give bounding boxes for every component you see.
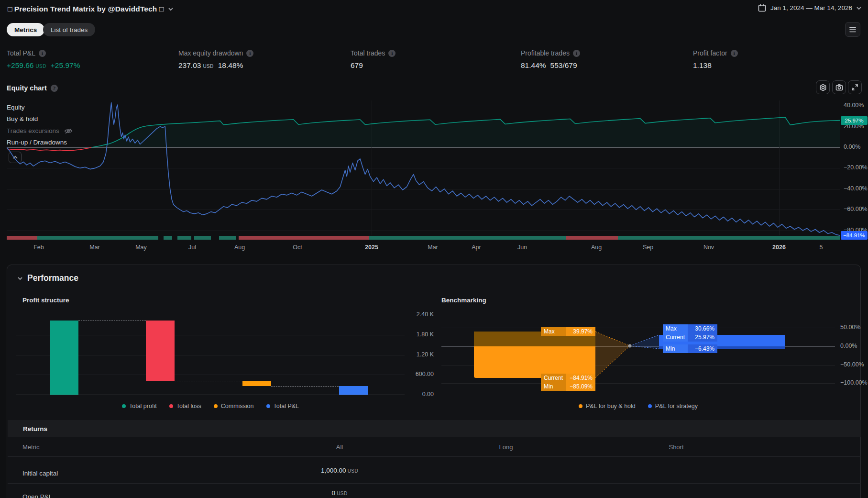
- returns-row-value: 1,000.00 USD: [321, 467, 358, 474]
- metric-extra-value: +25.97%: [51, 61, 80, 70]
- row-divider: [8, 483, 861, 484]
- metric-extra-value: 553/679: [550, 61, 577, 70]
- returns-column-header-long: Long: [499, 443, 513, 451]
- top-bar: □ Precision Trend Matrix by @DaviddTech …: [0, 0, 868, 20]
- y-axis-label: −40.00%: [844, 185, 868, 192]
- x-axis-label: Aug: [234, 244, 245, 251]
- x-axis-label: Apr: [472, 244, 481, 251]
- y-axis-label: 0.00%: [844, 144, 860, 150]
- currency-suffix: USD: [346, 468, 359, 474]
- help-icon[interactable]: ?: [51, 85, 58, 92]
- legend-item-equity[interactable]: Equity: [7, 103, 30, 112]
- legend-item-trades-excursions[interactable]: Trades excursions: [7, 126, 77, 135]
- y-axis-label: 40.00%: [844, 102, 864, 109]
- metric-total-p-l: Total P&Li+259.66USD+25.97%: [7, 49, 80, 70]
- legend-label: Trades excursions: [7, 127, 59, 134]
- maximize-button[interactable]: [848, 80, 862, 94]
- x-axis-label: Mar: [428, 244, 438, 251]
- trade-direction-strip: [7, 236, 840, 240]
- strategy-tester-screen: □ Precision Trend Matrix by @DaviddTech …: [0, 0, 868, 498]
- strip-segment-red: [566, 236, 618, 240]
- info-icon[interactable]: i: [246, 50, 253, 57]
- tab-list-of-trades[interactable]: List of trades: [43, 23, 95, 36]
- eye-off-icon[interactable]: [64, 128, 73, 134]
- date-range-picker[interactable]: Jan 1, 2024 — Mar 14, 2026: [758, 4, 861, 12]
- metric-profit-factor: Profit factori1.138: [693, 49, 738, 70]
- metric-label: Profitable trades: [521, 49, 570, 57]
- x-axis-label: Mar: [89, 244, 100, 251]
- performance-panel: Performance Profit structure Benchmarkin…: [7, 265, 861, 498]
- date-range-label: Jan 1, 2024 — Mar 14, 2026: [770, 4, 852, 11]
- y-axis-label: −60.00%: [844, 206, 868, 212]
- camera-icon: [835, 84, 843, 91]
- metric-label: Profit factor: [693, 49, 727, 57]
- info-icon[interactable]: i: [39, 50, 46, 57]
- equity-negative-line: [7, 147, 92, 151]
- x-axis-label: 5: [820, 244, 823, 251]
- metric-total-trades: Total tradesi679: [351, 49, 396, 70]
- value-number: 1,000.00: [321, 467, 346, 474]
- row-divider: [8, 456, 861, 457]
- strip-segment-red: [7, 236, 37, 240]
- returns-table: MetricAllLongShortInitial capital1,000.0…: [7, 265, 861, 498]
- strip-segment-green: [177, 236, 191, 240]
- metric-value: 237.03: [178, 61, 201, 70]
- strip-segment-green: [194, 236, 211, 240]
- returns-column-header-all: All: [336, 443, 343, 451]
- metric-label: Max equity drawdown: [178, 49, 243, 57]
- x-axis-label: Feb: [33, 244, 44, 251]
- x-axis-label: Oct: [293, 244, 302, 251]
- strip-segment-green: [37, 236, 158, 240]
- snapshot-button[interactable]: [832, 80, 846, 94]
- page-title: □ Precision Trend Matrix by @DaviddTech …: [8, 5, 164, 13]
- currency-suffix: USD: [335, 491, 348, 496]
- legend-item-buy-hold[interactable]: Buy & hold: [7, 114, 43, 123]
- metric-label: Total trades: [351, 49, 385, 57]
- gear-icon: [819, 84, 827, 91]
- x-axis-label: Jun: [517, 244, 527, 251]
- legend-label: Equity: [7, 104, 25, 111]
- equity-series-svg: [7, 98, 840, 237]
- info-icon[interactable]: i: [388, 50, 396, 57]
- returns-row-value: 0 USD: [331, 489, 347, 497]
- layout-menu-button[interactable]: [845, 22, 860, 37]
- value-number: 0: [331, 489, 335, 497]
- price-badge: −84.91%: [841, 231, 868, 240]
- legend-label: Run-up / Drawdowns: [7, 139, 67, 146]
- currency-suffix: USD: [35, 64, 46, 69]
- x-axis-label: 2026: [772, 244, 786, 251]
- legend-item-run-up-drawdowns[interactable]: Run-up / Drawdowns: [7, 138, 72, 147]
- tab-metrics[interactable]: Metrics: [7, 23, 44, 36]
- price-badge: 25.97%: [841, 116, 868, 125]
- expand-icon: [851, 84, 858, 91]
- metric-label: Total P&L: [7, 49, 35, 57]
- metric-extra-value: 18.48%: [218, 61, 243, 70]
- returns-row-label: Initial capital: [22, 470, 58, 477]
- currency-suffix: USD: [203, 64, 213, 69]
- hamburger-icon: [849, 26, 857, 33]
- x-axis-label: May: [135, 244, 147, 251]
- chart-settings-button[interactable]: [816, 80, 830, 94]
- chevron-down-icon[interactable]: [168, 7, 173, 11]
- metric-profitable-trades: Profitable tradesi81.44%553/679: [521, 49, 580, 70]
- x-axis-label: Aug: [591, 244, 602, 251]
- metric-value: 1.138: [693, 61, 712, 70]
- equity-chart-header: Equity chart ?: [7, 84, 58, 92]
- returns-column-header-metric: Metric: [22, 443, 39, 451]
- metric-value: 81.44%: [521, 61, 546, 70]
- info-icon[interactable]: i: [731, 50, 738, 57]
- equity-chart-title: Equity chart: [7, 84, 47, 92]
- x-axis-label: Nov: [703, 244, 714, 251]
- chevron-down-icon: [857, 6, 861, 11]
- strip-segment-green: [164, 236, 172, 240]
- y-axis-label: −20.00%: [844, 164, 868, 171]
- strip-segment-red: [239, 236, 369, 240]
- metric-value: 679: [351, 61, 363, 70]
- x-axis-label: Sep: [643, 244, 653, 251]
- info-icon[interactable]: i: [573, 50, 580, 57]
- strategy-title-menu[interactable]: □ Precision Trend Matrix by @DaviddTech …: [8, 5, 173, 13]
- strip-segment-green: [369, 236, 566, 240]
- returns-column-header-short: Short: [669, 443, 683, 451]
- equity-chart: 40.00%20.00%0.00%−20.00%−40.00%−60.00%−8…: [0, 98, 868, 266]
- metric-max-equity-drawdown: Max equity drawdowni237.03USD18.48%: [178, 49, 253, 70]
